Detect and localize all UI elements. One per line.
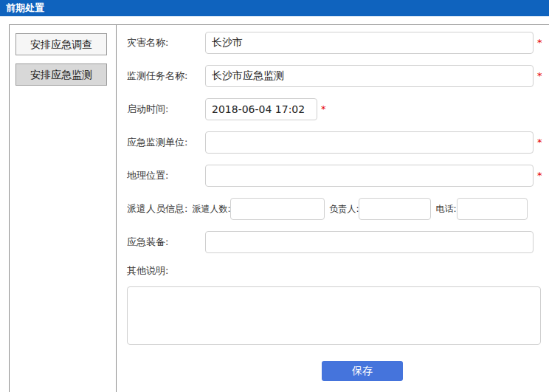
dispatch-count-label: 派遣人数: [192, 203, 230, 216]
leader-input[interactable] [359, 198, 431, 220]
row-start-time: 启动时间: * [127, 98, 549, 120]
required-marker: * [537, 32, 542, 54]
row-disaster-name: 灾害名称: * [127, 32, 549, 54]
leader-label: 负责人: [329, 203, 359, 216]
page-title: 前期处置 [0, 0, 549, 16]
required-marker: * [537, 131, 542, 154]
sidebar-button-arrange-survey[interactable]: 安排应急调查 [15, 33, 107, 55]
row-equipment: 应急装备: [127, 231, 549, 253]
row-personnel: 派遣人员信息: 派遣人数: 负责人: 电话: [127, 198, 549, 220]
save-row: 保存 [127, 361, 549, 381]
row-location: 地理位置: * [127, 165, 549, 187]
monitor-unit-label: 应急监测单位: [127, 136, 205, 149]
disaster-name-label: 灾害名称: [127, 36, 205, 49]
personnel-label: 派遣人员信息: [127, 202, 192, 216]
row-monitor-unit: 应急监测单位: * [127, 131, 549, 154]
disaster-name-input[interactable] [205, 32, 534, 54]
save-button[interactable]: 保存 [322, 361, 403, 381]
phone-input[interactable] [457, 198, 528, 220]
sidebar-button-arrange-monitoring[interactable]: 安排应急监测 [15, 63, 107, 86]
equipment-input[interactable] [205, 231, 534, 253]
start-time-input[interactable] [205, 98, 317, 120]
sidebar: 安排应急调查 安排应急监测 [10, 25, 117, 392]
notes-label: 其他说明: [127, 264, 549, 278]
content-panel: 安排应急调查 安排应急监测 灾害名称: * 监测任务名称: * 启动时间: * … [9, 24, 549, 392]
row-task-name: 监测任务名称: * [127, 65, 549, 87]
required-marker: * [537, 65, 542, 87]
equipment-label: 应急装备: [127, 235, 205, 249]
location-input[interactable] [205, 165, 534, 187]
phone-label: 电话: [435, 203, 456, 216]
required-marker: * [537, 165, 542, 187]
task-name-input[interactable] [205, 65, 534, 87]
dispatch-count-input[interactable] [230, 198, 325, 220]
start-time-label: 启动时间: [127, 103, 205, 116]
notes-textarea[interactable] [127, 286, 541, 345]
location-label: 地理位置: [127, 169, 205, 182]
required-marker: * [321, 98, 326, 120]
monitor-unit-input[interactable] [205, 131, 534, 154]
task-name-label: 监测任务名称: [127, 69, 205, 83]
form-area: 灾害名称: * 监测任务名称: * 启动时间: * 应急监测单位: * 地理位置… [117, 25, 549, 392]
